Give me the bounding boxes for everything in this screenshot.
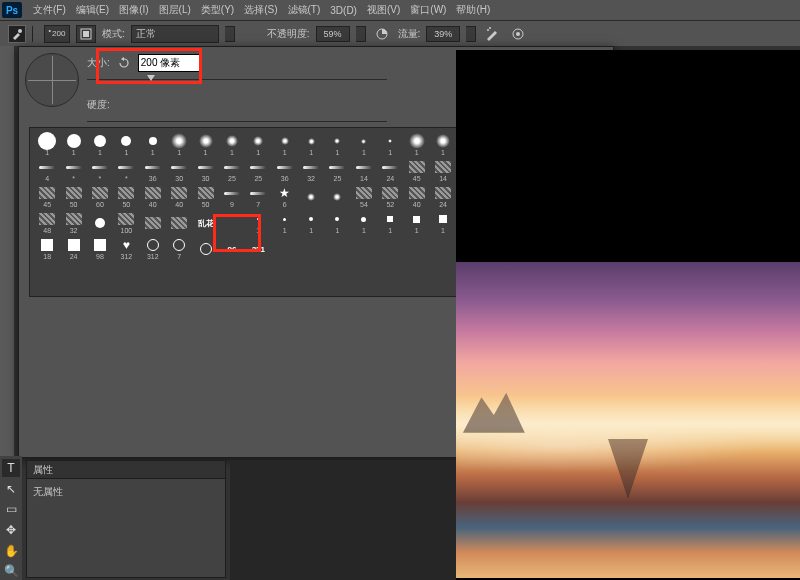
brush-preset-cell[interactable]: 乱花 [192, 210, 218, 236]
brush-preset-cell[interactable]: 1 [351, 210, 377, 236]
brush-preset-cell[interactable]: 1 [298, 132, 324, 158]
brush-preset-cell[interactable] [351, 236, 377, 262]
brush-preset-cell[interactable] [140, 210, 166, 236]
brush-preset-cell[interactable]: 1 [219, 132, 245, 158]
brush-preset-cell[interactable] [430, 236, 456, 262]
menu-filter[interactable]: 滤镜(T) [283, 3, 326, 17]
brush-preset-cell[interactable]: 32 [298, 158, 324, 184]
brush-preset-cell[interactable]: 36 [272, 158, 298, 184]
brush-preset-cell[interactable]: 25 [219, 158, 245, 184]
zoom-tool[interactable]: 🔍 [2, 562, 20, 580]
opacity-value[interactable]: 59% [316, 26, 350, 42]
brush-preset-cell[interactable]: 40 [403, 184, 429, 210]
brush-preset-cell[interactable]: 1 [272, 210, 298, 236]
document-image[interactable] [456, 262, 800, 578]
brush-preset-cell[interactable]: 1 [324, 132, 350, 158]
brush-preset-cell[interactable]: 1 [272, 132, 298, 158]
menu-image[interactable]: 图像(I) [114, 3, 153, 17]
brush-preset-cell[interactable]: 14 [430, 158, 456, 184]
path-selection-tool[interactable]: ↖ [2, 480, 20, 498]
brush-preset-cell[interactable]: ♥312 [113, 236, 139, 262]
menu-type[interactable]: 类型(Y) [196, 3, 239, 17]
type-tool[interactable]: T [2, 459, 20, 477]
brush-preset-cell[interactable] [298, 236, 324, 262]
brush-preset-cell[interactable]: 231 [245, 236, 271, 262]
brush-preset-cell[interactable]: 24 [377, 158, 403, 184]
brush-preset-cell[interactable]: 45 [403, 158, 429, 184]
brush-preset-cell[interactable]: 1 [351, 132, 377, 158]
brush-size-slider[interactable] [87, 77, 387, 83]
brush-preset-cell[interactable]: 1 [192, 132, 218, 158]
brush-preset-cell[interactable]: 98 [87, 236, 113, 262]
brush-preset-cell[interactable] [298, 184, 324, 210]
brush-preset-cell[interactable]: 1 [403, 132, 429, 158]
brush-preset-cell[interactable]: 25 [324, 158, 350, 184]
brush-preset-cell[interactable] [377, 236, 403, 262]
brush-preset-cell[interactable]: 24 [60, 236, 86, 262]
brush-preset-cell[interactable]: 1 [430, 132, 456, 158]
menu-3d[interactable]: 3D(D) [325, 5, 362, 16]
menu-window[interactable]: 窗口(W) [405, 3, 451, 17]
brush-preset-cell[interactable]: 25 [245, 158, 271, 184]
brush-preset-cell[interactable]: 1 [377, 210, 403, 236]
brush-preset-cell[interactable]: 9 [219, 184, 245, 210]
brush-preset-cell[interactable]: 18 [34, 236, 60, 262]
brush-preset-cell[interactable]: 36 [140, 158, 166, 184]
menu-select[interactable]: 选择(S) [239, 3, 282, 17]
brush-preset-cell[interactable]: 54 [351, 184, 377, 210]
brush-preset-cell[interactable]: 48 [34, 210, 60, 236]
brush-preset-cell[interactable]: 1 [140, 132, 166, 158]
brush-preset-cell[interactable] [272, 236, 298, 262]
brush-preset-cell[interactable]: 96 [219, 236, 245, 262]
brush-size-input[interactable] [138, 54, 200, 72]
menu-layer[interactable]: 图层(L) [154, 3, 196, 17]
brush-preset-cell[interactable] [219, 210, 245, 236]
brush-panel-toggle[interactable] [76, 25, 96, 43]
brush-preset-cell[interactable] [87, 210, 113, 236]
brush-hardness-slider[interactable] [87, 119, 387, 125]
brush-preset-cell[interactable]: 1 [298, 210, 324, 236]
brush-preset-cell[interactable]: 7 [166, 236, 192, 262]
menu-file[interactable]: 文件(F) [28, 3, 71, 17]
rectangle-tool[interactable]: ▭ [2, 500, 20, 518]
brush-preset-cell[interactable]: 100 [113, 210, 139, 236]
brush-preset-cell[interactable]: 14 [351, 158, 377, 184]
brush-preset-cell[interactable]: 30 [192, 158, 218, 184]
brush-preset-cell[interactable]: 40 [166, 184, 192, 210]
brush-preset-cell[interactable]: * [113, 158, 139, 184]
opacity-dropdown-icon[interactable] [356, 26, 366, 42]
airbrush-icon[interactable] [482, 25, 502, 43]
brush-preset-cell[interactable]: 45 [34, 184, 60, 210]
brush-preset-cell[interactable]: 1 [60, 132, 86, 158]
brush-preset-cell[interactable]: * [60, 158, 86, 184]
brush-preset-cell[interactable]: 60 [87, 184, 113, 210]
brush-preset-cell[interactable]: 1 [87, 132, 113, 158]
brush-preset-cell[interactable]: 1 [403, 210, 429, 236]
brush-preset-cell[interactable]: 1 [34, 132, 60, 158]
pressure-opacity-icon[interactable] [372, 25, 392, 43]
brush-preset-cell[interactable]: 1 [166, 132, 192, 158]
brush-preset-cell[interactable]: 50 [192, 184, 218, 210]
brush-preset-cell[interactable]: ★6 [272, 184, 298, 210]
brush-preset-cell[interactable]: 52 [377, 184, 403, 210]
brush-preset-cell[interactable]: 30 [166, 158, 192, 184]
move-tool[interactable]: ✥ [2, 521, 20, 539]
brush-preset-cell[interactable] [166, 210, 192, 236]
brush-preset-cell[interactable]: 1 [430, 210, 456, 236]
flow-dropdown-icon[interactable] [466, 26, 476, 42]
brush-preset-cell[interactable]: 1 [113, 132, 139, 158]
brush-preset-cell[interactable]: 50 [60, 184, 86, 210]
brush-preset-cell[interactable]: 7 [245, 184, 271, 210]
menu-help[interactable]: 帮助(H) [451, 3, 495, 17]
brush-preset-cell[interactable]: 50 [113, 184, 139, 210]
brush-preset-cell[interactable]: 40 [140, 184, 166, 210]
menu-view[interactable]: 视图(V) [362, 3, 405, 17]
tool-preset-picker[interactable] [8, 25, 26, 43]
brush-preset-cell[interactable]: 1 [245, 132, 271, 158]
blend-mode-select[interactable]: 正常 [131, 25, 219, 43]
brush-preset-cell[interactable]: 32 [60, 210, 86, 236]
brush-preset-cell[interactable] [324, 184, 350, 210]
menu-edit[interactable]: 编辑(E) [71, 3, 114, 17]
pressure-size-icon[interactable] [508, 25, 528, 43]
hand-tool[interactable]: ✋ [2, 542, 20, 560]
